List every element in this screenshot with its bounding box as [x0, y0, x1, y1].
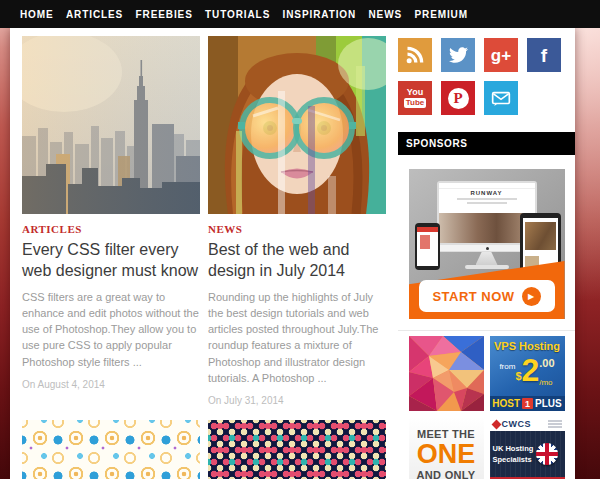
brand-one: 1 — [522, 398, 533, 409]
meet-the-one-ad[interactable]: MEET THE ONE AND ONLY — [409, 417, 484, 479]
twitter-icon[interactable] — [441, 38, 475, 72]
polygon-pattern-ad[interactable] — [409, 336, 484, 411]
nav-item-premium[interactable]: PREMIUM — [414, 9, 468, 20]
nav-item-news[interactable]: NEWS — [369, 9, 403, 20]
nav-item-tutorials[interactable]: TUTORIALS — [205, 9, 270, 20]
nav-item-freebies[interactable]: FREEBIES — [136, 9, 193, 20]
youtube-text-you: You — [407, 88, 423, 98]
sidebar: g+ f You Tube P SPONSORS — [398, 28, 575, 479]
cwcs-line1: UK Hosting — [493, 443, 534, 454]
cwcs-tagline-lines — [548, 420, 562, 428]
article-thumbnail-floral-pattern[interactable] — [22, 420, 200, 479]
article-excerpt: Rounding up the highlights of July the b… — [208, 289, 386, 387]
facebook-icon[interactable]: f — [527, 38, 561, 72]
youtube-text-tube: Tube — [404, 98, 427, 108]
content-panel: ARTICLES Every CSS filter every web desi… — [10, 28, 575, 479]
article-card — [22, 420, 200, 479]
one-ad-line3: AND ONLY — [417, 469, 476, 479]
articles-grid: ARTICLES Every CSS filter every web desi… — [22, 36, 386, 479]
brand-host: HOST — [492, 398, 520, 409]
cwcs-diamond-icon — [491, 419, 501, 429]
rss-glyph — [405, 45, 425, 65]
articles-column: ARTICLES Every CSS filter every web desi… — [22, 36, 386, 479]
vps-per-month: /mo — [539, 378, 552, 387]
pinterest-icon[interactable]: P — [441, 81, 475, 115]
youtube-icon[interactable]: You Tube — [398, 81, 432, 115]
sponsors-label: SPONSORS — [406, 138, 467, 149]
article-category-link[interactable]: ARTICLES — [22, 223, 82, 235]
start-now-button[interactable]: START NOW ▶ — [419, 280, 555, 312]
article-date: On August 4, 2014 — [22, 379, 200, 390]
article-title[interactable]: Best of the web and design in July 2014 — [208, 240, 386, 282]
article-title[interactable]: Every CSS filter every web designer must… — [22, 240, 200, 282]
vps-cents: .00 — [539, 357, 554, 369]
start-now-label: START NOW — [432, 289, 514, 304]
brand-plus: PLUS — [535, 398, 562, 409]
vps-hosting-ad[interactable]: VPS Hosting from $ 2 .00 /mo HOST 1 PLUS — [490, 336, 565, 411]
vps-from: from — [499, 362, 515, 371]
article-category-link[interactable]: NEWS — [208, 223, 242, 235]
nav-item-articles[interactable]: ARTICLES — [66, 9, 123, 20]
woman-glasses-illustration — [208, 36, 386, 214]
phone-mockup — [415, 223, 440, 270]
article-thumbnail-dot-pattern[interactable] — [208, 420, 386, 479]
nav-item-home[interactable]: HOME — [20, 9, 54, 20]
cwcs-brand: CWCS — [502, 419, 532, 429]
runway-site-title: RUNWAY — [439, 190, 535, 196]
article-card — [208, 420, 386, 479]
hostoneplus-brand: HOST 1 PLUS — [490, 396, 565, 411]
social-icons: g+ f You Tube P — [398, 38, 575, 115]
article-excerpt: CSS filters are a great way to enhance a… — [22, 289, 200, 370]
article-thumbnail-woman-glasses[interactable] — [208, 36, 386, 214]
play-icon: ▶ — [522, 287, 541, 306]
nav-items: HOME ARTICLES FREEBIES TUTORIALS INSPIRA… — [20, 0, 468, 28]
one-ad-line2: ONE — [417, 440, 476, 468]
cwcs-logo-bar: CWCS — [490, 417, 565, 431]
rss-icon[interactable] — [398, 38, 432, 72]
article-card: ARTICLES Every CSS filter every web desi… — [22, 36, 200, 406]
article-card: NEWS Best of the web and design in July … — [208, 36, 386, 406]
email-icon[interactable] — [484, 81, 518, 115]
nyc-skyline-image — [22, 36, 200, 214]
vps-title: VPS Hosting — [490, 340, 565, 352]
sidebar-divider — [398, 330, 575, 331]
twitter-bird-glyph — [449, 47, 468, 63]
sponsors-heading: SPONSORS — [398, 132, 575, 155]
cwcs-line2: Specialists — [493, 454, 534, 465]
union-jack-icon — [536, 443, 558, 465]
google-plus-icon[interactable]: g+ — [484, 38, 518, 72]
vps-price: from $ 2 .00 — [490, 354, 565, 386]
cwcs-hosting-ad[interactable]: CWCS UK Hosting Specialists LEARN MORE ➤ — [490, 417, 565, 479]
vps-amount: 2 — [522, 354, 540, 386]
article-date: On July 31, 2014 — [208, 395, 386, 406]
runway-banner-ad[interactable]: RUNWAY START NOW ▶ — [409, 169, 565, 319]
cwcs-body: UK Hosting Specialists — [490, 431, 565, 477]
pinterest-glyph: P — [448, 88, 469, 109]
nav-item-inspiration[interactable]: INSPIRATION — [283, 9, 357, 20]
small-ads-grid: VPS Hosting from $ 2 .00 /mo HOST 1 PLUS… — [409, 336, 565, 479]
google-plus-glyph: g+ — [491, 47, 511, 64]
envelope-glyph — [491, 90, 511, 107]
top-navigation: HOME ARTICLES FREEBIES TUTORIALS INSPIRA… — [0, 0, 600, 28]
article-thumbnail-nyc-skyline[interactable] — [22, 36, 200, 214]
polygon-pattern-image — [409, 336, 484, 411]
facebook-glyph: f — [541, 46, 547, 65]
